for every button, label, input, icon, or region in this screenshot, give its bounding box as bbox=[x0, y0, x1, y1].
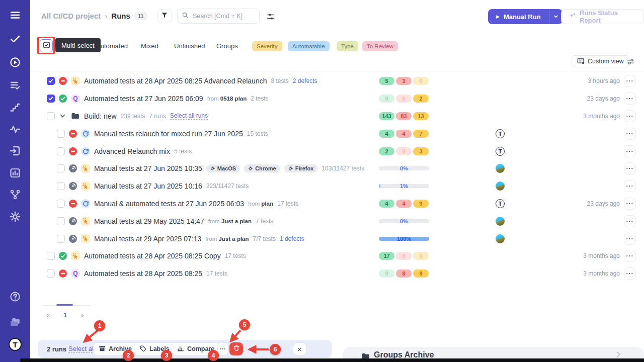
runs-status-report-button[interactable]: Runs Status Report bbox=[561, 9, 644, 24]
run-checkbox[interactable] bbox=[57, 217, 65, 225]
run-menu-button[interactable]: ··· bbox=[624, 145, 636, 157]
run-checkbox[interactable] bbox=[57, 182, 65, 190]
labels-label: Labels bbox=[149, 345, 170, 352]
run-title[interactable]: Manual tests at 29 Apr 2025 07:13 bbox=[94, 235, 201, 243]
bar-chart-icon[interactable] bbox=[9, 166, 22, 179]
menu-icon[interactable] bbox=[9, 9, 22, 22]
import-icon[interactable] bbox=[9, 144, 22, 157]
stat-badge-fail: 4 bbox=[396, 200, 412, 208]
run-menu-button[interactable]: ··· bbox=[624, 110, 636, 122]
run-menu-button[interactable]: ··· bbox=[624, 180, 636, 192]
delete-button[interactable] bbox=[229, 342, 243, 355]
run-title[interactable]: Automated tests at 28 Apr 2025 08:25 bbox=[84, 269, 202, 278]
run-stats: 203 bbox=[379, 147, 429, 155]
manual-run-type-icon bbox=[81, 234, 90, 243]
run-checkbox[interactable] bbox=[47, 95, 55, 103]
run-row: Manual tests at 27 Jun 2025 10:35MacOSCh… bbox=[30, 160, 644, 177]
run-checkbox[interactable] bbox=[47, 77, 55, 85]
run-checkbox[interactable] bbox=[57, 200, 65, 208]
filter-chip-automatable[interactable]: Automatable bbox=[288, 41, 330, 51]
run-stats: 530 bbox=[379, 77, 429, 85]
run-title[interactable]: Manual tests at 29 May 2025 14:47 bbox=[94, 217, 204, 225]
run-checkbox[interactable] bbox=[47, 112, 55, 120]
filter-chip-severity[interactable]: Severity bbox=[252, 41, 282, 51]
run-title[interactable]: Build: new bbox=[84, 112, 117, 120]
activity-icon[interactable] bbox=[9, 123, 22, 136]
branch-icon[interactable] bbox=[9, 188, 22, 201]
run-menu-button[interactable]: ··· bbox=[624, 267, 636, 280]
run-from-plan: from plan bbox=[248, 201, 273, 207]
workspace-logo[interactable]: T bbox=[9, 338, 22, 351]
defects-link[interactable]: 2 defects bbox=[293, 77, 317, 84]
run-menu-button[interactable]: ··· bbox=[624, 162, 636, 174]
run-row: QAutomated tests at 27 Jun 2025 06:09fro… bbox=[30, 90, 644, 108]
select-all-runs-link[interactable]: Select all runs bbox=[170, 112, 208, 120]
run-menu-button[interactable]: ··· bbox=[624, 198, 636, 210]
progress-bar: 0% bbox=[379, 164, 429, 172]
gear-icon[interactable] bbox=[9, 210, 22, 223]
run-checkbox[interactable] bbox=[57, 235, 65, 243]
run-checkbox[interactable] bbox=[57, 164, 65, 172]
tab-groups[interactable]: Groups bbox=[216, 42, 238, 50]
select-all-link[interactable]: Select all bbox=[68, 345, 95, 353]
run-title[interactable]: Manual tests relauch for mixed run 27 Ju… bbox=[94, 130, 243, 138]
run-menu-button[interactable]: ··· bbox=[624, 93, 636, 105]
run-menu-button[interactable]: ··· bbox=[624, 128, 636, 140]
manual-run-dropdown[interactable] bbox=[549, 9, 562, 24]
relaunch-icon bbox=[81, 199, 90, 208]
run-menu-button[interactable]: ··· bbox=[624, 75, 636, 87]
labels-button[interactable]: Labels bbox=[134, 342, 175, 355]
filter-chip-type[interactable]: Type bbox=[337, 41, 358, 51]
tab-automated[interactable]: Automated bbox=[96, 42, 128, 50]
run-menu-button[interactable]: ··· bbox=[624, 215, 636, 227]
run-title[interactable]: Advanced Relaunch mix bbox=[94, 147, 170, 155]
filter-chip-review[interactable]: To Review bbox=[362, 41, 398, 51]
more-actions-button[interactable]: ··· bbox=[217, 342, 228, 355]
tab-mixed[interactable]: Mixed bbox=[141, 42, 158, 50]
run-title[interactable]: Automated tests at 28 Apr 2025 08:25 Cop… bbox=[84, 252, 221, 260]
steps-icon[interactable] bbox=[9, 101, 22, 114]
run-row: Build: new239 tests7 runsSelect all runs… bbox=[30, 108, 644, 125]
manual-run-button[interactable]: ▶ Manual Run bbox=[488, 9, 562, 24]
multi-select-button[interactable] bbox=[40, 39, 53, 52]
pagination-prev[interactable]: « bbox=[46, 312, 50, 319]
list-check-icon[interactable] bbox=[9, 79, 22, 92]
search-input[interactable] bbox=[192, 12, 252, 20]
run-title[interactable]: Automated tests at 27 Jun 2025 06:09 bbox=[84, 95, 203, 103]
view-settings-icon[interactable] bbox=[626, 57, 635, 66]
chevron-right-icon bbox=[615, 351, 622, 358]
run-title[interactable]: Manual tests at 27 Jun 2025 10:16 bbox=[94, 182, 202, 190]
run-menu-button[interactable]: ··· bbox=[624, 250, 636, 262]
help-icon[interactable] bbox=[9, 290, 22, 303]
chevron-down-icon[interactable] bbox=[59, 112, 67, 120]
stat-badge-warn: 9 bbox=[413, 269, 429, 278]
run-checkbox[interactable] bbox=[57, 147, 65, 155]
pagination-next[interactable]: » bbox=[80, 312, 84, 319]
run-title[interactable]: Automated tests at 28 Apr 2025 08:25 Adv… bbox=[84, 77, 267, 85]
tab-unfinished[interactable]: Unfinished bbox=[174, 42, 205, 50]
play-circle-icon[interactable] bbox=[9, 56, 22, 69]
archive-button[interactable]: Archive bbox=[93, 342, 137, 355]
search-settings-icon[interactable] bbox=[266, 12, 275, 21]
run-checkbox[interactable] bbox=[47, 269, 55, 278]
filter-button[interactable] bbox=[157, 9, 172, 23]
breadcrumb-project[interactable]: All CI/CD project bbox=[41, 12, 101, 20]
defects-link[interactable]: 1 defects bbox=[280, 235, 304, 242]
pagination-page-1[interactable]: 1 bbox=[63, 312, 67, 319]
run-from-plan: from 0518 plan bbox=[207, 96, 247, 102]
custom-view-button[interactable]: Custom view bbox=[572, 55, 629, 67]
run-stats: 447 bbox=[379, 130, 429, 138]
run-checkbox[interactable] bbox=[57, 130, 65, 138]
folders-icon[interactable] bbox=[9, 316, 22, 329]
run-menu-button[interactable]: ··· bbox=[624, 233, 636, 245]
run-avatar bbox=[496, 182, 505, 191]
compare-button[interactable]: Compare bbox=[172, 342, 220, 355]
run-title[interactable]: Manual tests at 27 Jun 2025 10:35 bbox=[94, 164, 202, 172]
check-icon[interactable] bbox=[9, 32, 22, 45]
run-row: Manual & automated tests at 27 Jun 2025 … bbox=[30, 195, 644, 213]
run-checkbox[interactable] bbox=[47, 252, 55, 260]
run-title[interactable]: Manual & automated tests at 27 Jun 2025 … bbox=[94, 200, 244, 208]
stat-badge-fail: 83 bbox=[396, 112, 412, 120]
custom-view-label: Custom view bbox=[588, 58, 624, 65]
close-selection-button[interactable]: × bbox=[293, 342, 306, 355]
